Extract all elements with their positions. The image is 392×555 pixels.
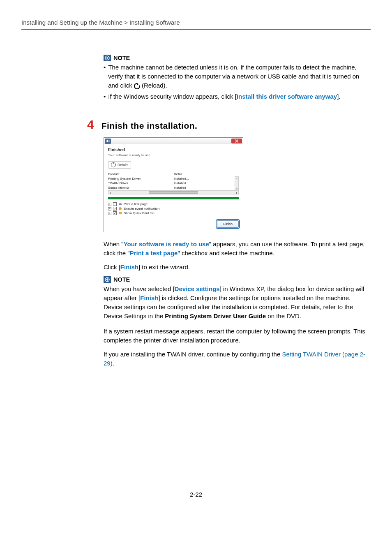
finish-button[interactable]: Finish [217, 220, 239, 228]
para-software-ready: When "Your software is ready to use" app… [104, 240, 371, 258]
col-detail: Detail [174, 172, 239, 176]
para-click-finish: Click [Finish] to exit the wizard. [104, 263, 371, 272]
table-row: Printing System Driver Installed... [108, 176, 235, 181]
dialog-subheading: Your software is ready to use. [108, 153, 239, 157]
event-icon [118, 207, 122, 210]
note1-b2-a: If the Windows security window appears, … [108, 93, 237, 100]
bullet-dot: • [104, 92, 106, 101]
text: When you have selected [ [104, 285, 175, 292]
chevron-up-icon: ˄ [111, 162, 116, 167]
progress-bar [108, 197, 239, 199]
step-title: Finish the installation. [101, 121, 198, 131]
para-twain: If you are installing the TWAIN driver, … [104, 350, 371, 368]
details-toggle[interactable]: ˄ Details [108, 161, 131, 169]
para-restart: If a system restart message appears, res… [104, 327, 371, 345]
reload-icon [134, 83, 140, 89]
note-label: NOTE [113, 55, 130, 61]
text: " checkbox and select the machine. [178, 250, 274, 257]
software-ready-text: Your software is ready to use [124, 240, 209, 247]
note1-b2-b: ]. [337, 93, 340, 100]
option-label: Print a test page [124, 202, 148, 206]
finish-text: Finish [120, 264, 138, 271]
note-bullet-1: • The machine cannot be detected unless … [104, 63, 371, 90]
cell-detail: Installed... [174, 177, 235, 180]
svg-rect-1 [119, 204, 122, 205]
printer-icon [118, 202, 122, 206]
finished-dialog: Finished Your software is ready to use. … [104, 137, 243, 232]
option-label: Show Quick Print tab [124, 211, 154, 215]
finish-text-2: Finish [140, 294, 158, 301]
note-badge: NOTE [104, 276, 130, 283]
step-number: 4 [87, 118, 94, 132]
tab-icon [118, 211, 122, 215]
option-label: Enable event notification [124, 207, 159, 210]
svg-rect-4 [119, 212, 122, 214]
col-product: Product [108, 172, 174, 176]
page-number: 2-22 [21, 491, 371, 498]
dialog-heading: Finished [108, 148, 239, 152]
finish-label: Finish [223, 222, 233, 226]
guide-title: Printing System Driver User Guide [165, 312, 266, 319]
back-button[interactable] [105, 139, 111, 144]
text: Click [ [104, 264, 120, 271]
expand-icon[interactable]: + [108, 212, 111, 215]
cell-product: Status Monitor [108, 186, 174, 190]
install-anyway-link: Install this driver software anyway [237, 93, 337, 100]
table-row: Status Monitor Installed [108, 185, 235, 190]
text: If you are installing the TWAIN driver, … [104, 351, 282, 358]
bullet-dot: • [104, 63, 106, 90]
checkbox[interactable]: ✓ [113, 211, 117, 215]
checkbox[interactable]: ✓ [113, 207, 117, 210]
close-button[interactable] [231, 139, 242, 143]
cell-detail: Installed [174, 186, 235, 190]
horizontal-scrollbar[interactable]: ◂▸ [108, 190, 239, 194]
text: ] to exit the wizard. [138, 264, 190, 271]
vertical-scrollbar[interactable]: ▴▾ [235, 176, 239, 190]
note-icon [104, 55, 111, 61]
note-label: NOTE [113, 276, 130, 283]
table-header: Product Detail [108, 172, 239, 176]
note-icon [104, 276, 111, 283]
header-divider [21, 29, 371, 30]
expand-icon[interactable]: + [108, 207, 111, 210]
note2-body: When you have selected [Device settings]… [104, 284, 371, 320]
text: on the DVD. [266, 312, 301, 319]
note1-text-b: (Reload). [142, 82, 167, 89]
checkbox[interactable] [113, 202, 117, 206]
expand-icon[interactable]: + [108, 203, 111, 206]
breadcrumb: Installing and Setting up the Machine > … [21, 19, 371, 29]
cell-product: Printing System Driver [108, 177, 174, 180]
option-print-test-page[interactable]: + Print a test page [108, 202, 239, 206]
option-event-notification[interactable]: + ✓ Enable event notification [108, 206, 239, 211]
print-test-page-text: Print a test page [130, 250, 178, 257]
option-quick-print-tab[interactable]: + ✓ Show Quick Print tab [108, 211, 239, 215]
note-badge: NOTE [104, 55, 130, 61]
details-label: Details [118, 163, 128, 167]
svg-rect-2 [119, 203, 121, 204]
text: When " [104, 240, 124, 247]
note-bullet-2: • If the Windows security window appears… [104, 92, 371, 101]
svg-point-3 [119, 207, 122, 210]
table-row: TWAIN Driver Installed [108, 181, 235, 185]
text: . [113, 360, 114, 367]
cell-detail: Installed [174, 181, 235, 185]
device-settings-text: Device settings [175, 285, 220, 292]
cell-product: TWAIN Driver [108, 181, 174, 185]
